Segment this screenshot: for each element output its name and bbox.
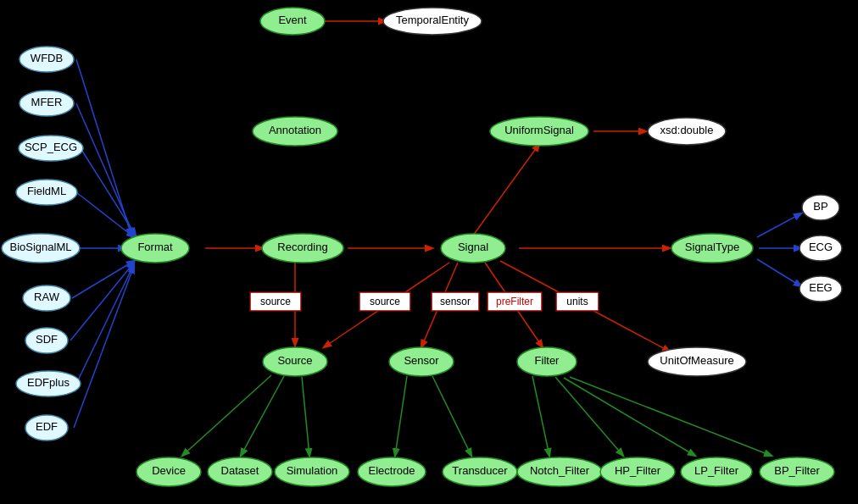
node-edfplus-label: EDFplus: [27, 376, 70, 389]
node-ecg-label: ECG: [809, 241, 833, 253]
node-temporal-label: TemporalEntity: [396, 14, 469, 26]
label-prefilter-text: preFilter: [496, 296, 533, 307]
edge-source-simulation: [302, 377, 309, 456]
node-wfdb-label: WFDB: [31, 52, 63, 64]
node-sdf-label: SDF: [36, 333, 58, 346]
node-notch-label: Notch_Filter: [530, 464, 590, 477]
edge-filter-lp: [564, 378, 695, 456]
edge-sensor-transducer: [432, 376, 471, 456]
node-eeg-label: EEG: [809, 281, 832, 294]
edge-mfer-format: [76, 103, 134, 235]
node-uniform-label: UniformSignal: [504, 124, 574, 136]
edge-wfdb-format: [76, 59, 131, 235]
node-sensor-label: Sensor: [404, 354, 439, 367]
node-electrode-label: Electrode: [369, 464, 415, 477]
node-signal-type-label: SignalType: [685, 241, 739, 253]
edge-source-dataset: [241, 376, 284, 456]
node-edf-label: EDF: [36, 420, 58, 433]
edge-filter-hp: [555, 377, 623, 456]
ontology-diagram: source source sensor preFilter units Eve…: [0, 0, 858, 504]
label-source2-text: source: [370, 296, 400, 307]
node-format-label: Format: [137, 241, 173, 253]
node-biosignalml-label: BioSignalML: [10, 241, 72, 253]
node-signal-label: Signal: [458, 241, 488, 253]
node-mfer-label: MFER: [31, 96, 63, 108]
edge-sensor-electrode: [395, 376, 407, 456]
label-source1-text: source: [260, 296, 291, 307]
node-simulation-label: Simulation: [287, 464, 338, 477]
edge-edf-format: [74, 266, 134, 428]
node-event-label: Event: [278, 14, 307, 26]
edge-signal-uniform: [473, 144, 539, 235]
node-transducer-label: Transducer: [452, 464, 508, 477]
node-source-label: Source: [277, 354, 312, 367]
node-annotation-label: Annotation: [269, 124, 321, 136]
edge-filter-notch: [532, 376, 549, 456]
node-fieldml-label: FieldML: [27, 185, 66, 197]
node-hp-label: HP_Filter: [615, 464, 661, 477]
node-bp-label: BP: [813, 200, 827, 213]
node-device-label: Device: [152, 464, 186, 477]
node-raw-label: RAW: [34, 291, 60, 303]
node-dataset-label: Dataset: [221, 464, 259, 477]
edge-signaltype-bp: [757, 213, 801, 237]
node-recording-label: Recording: [277, 241, 327, 253]
node-bp-filter-label: BP_Filter: [774, 464, 820, 477]
label-sensor-text: sensor: [440, 296, 471, 307]
node-xsd-label: xsd:double: [660, 124, 714, 136]
node-unit-label: UnitOfMeasure: [660, 354, 733, 367]
label-units-text: units: [566, 296, 588, 307]
node-scp-ecg-label: SCP_ECG: [25, 141, 77, 153]
node-filter-label: Filter: [535, 354, 560, 367]
edge-signaltype-eeg: [757, 259, 801, 286]
node-lp-label: LP_Filter: [694, 464, 739, 477]
edge-filter-bp: [570, 377, 772, 456]
edge-source-device: [182, 375, 271, 456]
edge-edfplus-format: [76, 264, 134, 384]
